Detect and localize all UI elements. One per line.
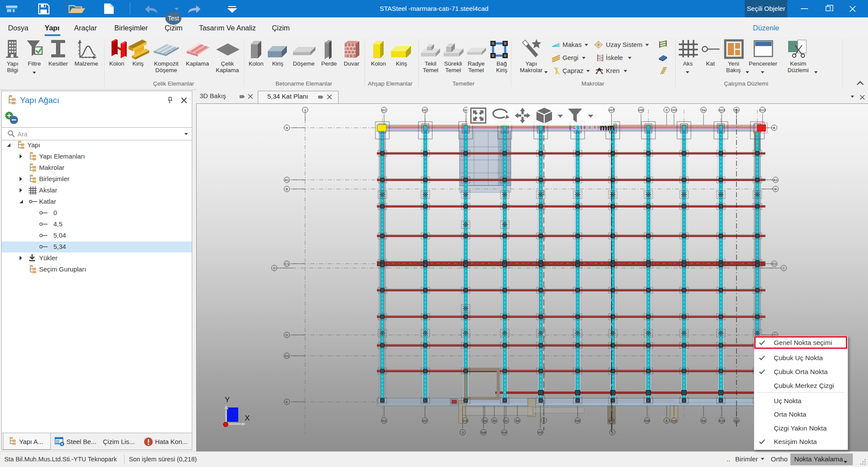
svg-text:m9: m9: [671, 108, 677, 112]
svg-text:m6: m6: [575, 419, 580, 423]
svg-text:3: 3: [462, 431, 464, 434]
svg-text:B: B: [774, 187, 776, 191]
svg-text:m4: m4: [502, 431, 506, 434]
svg-text:6a: 6a: [702, 419, 706, 423]
svg-text:E: E: [286, 400, 288, 404]
svg-text:m9: m9: [671, 419, 677, 423]
svg-text:C: C: [273, 266, 276, 270]
svg-text:C1: C1: [285, 262, 289, 266]
svg-text:üsk: üsk: [481, 431, 486, 434]
svg-text:m8: m8: [644, 419, 650, 423]
svg-text:3c: 3c: [504, 419, 508, 423]
svg-text:B: B: [286, 187, 288, 191]
svg-text:m7: m7: [609, 419, 614, 423]
svg-text:m1: m1: [381, 419, 387, 423]
svg-text:A1: A1: [773, 178, 778, 182]
svg-text:D1: D1: [285, 354, 289, 358]
svg-text:6b: 6b: [735, 108, 739, 112]
svg-text:D: D: [286, 333, 288, 337]
svg-text:3b: 3b: [493, 419, 496, 423]
svg-text:4: 4: [543, 419, 545, 423]
svg-text:6a: 6a: [702, 108, 706, 112]
svg-text:6b: 6b: [735, 419, 739, 423]
svg-text:A: A: [286, 126, 288, 130]
svg-text:A: A: [773, 126, 776, 130]
svg-text:6: 6: [666, 108, 668, 112]
svg-text:m1: m1: [381, 108, 387, 112]
svg-text:X: X: [245, 414, 250, 422]
svg-text:C1: C1: [772, 262, 777, 266]
svg-text:6: 6: [666, 419, 668, 423]
svg-text:A1: A1: [285, 178, 289, 182]
svg-text:3d: 3d: [516, 419, 519, 423]
svg-text:m2: m2: [422, 108, 427, 112]
svg-text:m10: m10: [718, 419, 725, 423]
svg-text:m3: m3: [463, 419, 468, 423]
svg-text:m2: m2: [422, 419, 427, 423]
svg-text:m10: m10: [718, 108, 725, 112]
svg-text:1: 1: [304, 108, 306, 112]
svg-text:5: 5: [612, 431, 613, 434]
svg-text:m11: m11: [760, 108, 766, 112]
svg-text:m8: m8: [638, 108, 644, 112]
svg-text:m7: m7: [609, 108, 614, 112]
svg-text:m5: m5: [538, 431, 542, 434]
svg-text:Y: Y: [225, 396, 230, 404]
svg-text:C: C: [783, 266, 785, 270]
